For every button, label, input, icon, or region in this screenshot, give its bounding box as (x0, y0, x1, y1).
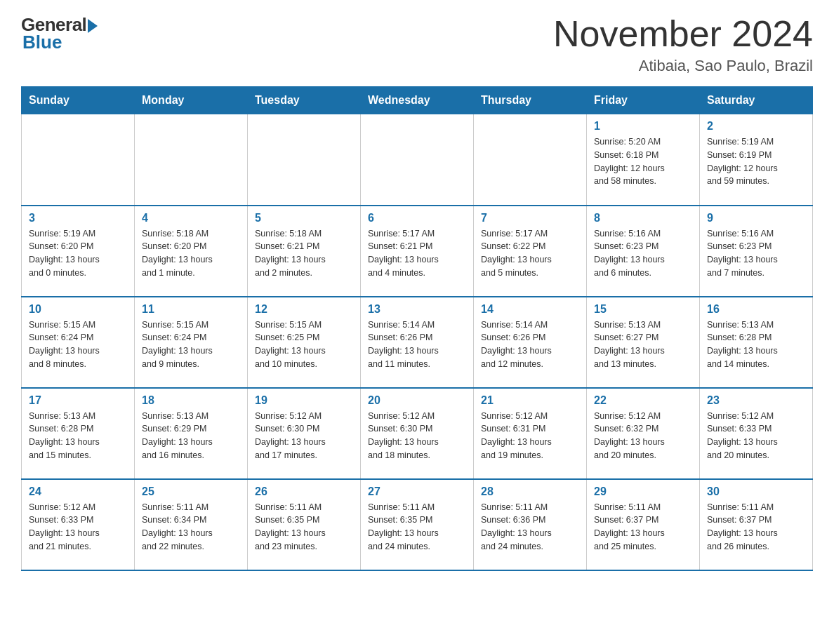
day-info: Sunrise: 5:11 AM Sunset: 6:35 PM Dayligh… (255, 501, 353, 554)
day-info: Sunrise: 5:12 AM Sunset: 6:30 PM Dayligh… (368, 410, 466, 462)
day-info: Sunrise: 5:11 AM Sunset: 6:37 PM Dayligh… (594, 501, 692, 554)
header-tuesday: Tuesday (248, 87, 361, 114)
day-info: Sunrise: 5:15 AM Sunset: 6:24 PM Dayligh… (142, 318, 240, 371)
day-number: 6 (368, 212, 466, 224)
day-number: 1 (594, 120, 692, 133)
day-number: 13 (368, 303, 466, 316)
day-number: 26 (255, 485, 353, 498)
calendar-cell: 6Sunrise: 5:17 AM Sunset: 6:21 PM Daylig… (361, 206, 474, 297)
day-info: Sunrise: 5:12 AM Sunset: 6:33 PM Dayligh… (29, 501, 127, 554)
calendar-cell: 26Sunrise: 5:11 AM Sunset: 6:35 PM Dayli… (248, 479, 361, 570)
calendar-cell: 8Sunrise: 5:16 AM Sunset: 6:23 PM Daylig… (587, 206, 700, 297)
day-info: Sunrise: 5:14 AM Sunset: 6:26 PM Dayligh… (368, 318, 466, 371)
calendar-cell: 7Sunrise: 5:17 AM Sunset: 6:22 PM Daylig… (474, 206, 587, 297)
day-number: 5 (255, 212, 353, 224)
day-info: Sunrise: 5:12 AM Sunset: 6:30 PM Dayligh… (255, 410, 353, 462)
day-number: 9 (707, 212, 805, 224)
day-number: 30 (707, 485, 805, 498)
calendar-cell: 25Sunrise: 5:11 AM Sunset: 6:34 PM Dayli… (135, 479, 248, 570)
day-number: 28 (481, 485, 579, 498)
day-number: 7 (481, 212, 579, 224)
logo: General Blue (21, 14, 98, 53)
calendar-cell: 22Sunrise: 5:12 AM Sunset: 6:32 PM Dayli… (587, 388, 700, 479)
calendar-cell (135, 114, 248, 206)
calendar-cell: 1Sunrise: 5:20 AM Sunset: 6:18 PM Daylig… (587, 114, 700, 206)
day-number: 8 (594, 212, 692, 224)
calendar-cell: 16Sunrise: 5:13 AM Sunset: 6:28 PM Dayli… (700, 297, 813, 388)
calendar-cell: 17Sunrise: 5:13 AM Sunset: 6:28 PM Dayli… (22, 388, 135, 479)
day-number: 16 (707, 303, 805, 316)
day-info: Sunrise: 5:20 AM Sunset: 6:18 PM Dayligh… (594, 135, 692, 188)
calendar-cell: 9Sunrise: 5:16 AM Sunset: 6:23 PM Daylig… (700, 206, 813, 297)
day-number: 29 (594, 485, 692, 498)
day-number: 14 (481, 303, 579, 316)
calendar-header-row: SundayMondayTuesdayWednesdayThursdayFrid… (22, 87, 813, 114)
location-title: Atibaia, Sao Paulo, Brazil (553, 57, 813, 75)
calendar-cell: 28Sunrise: 5:11 AM Sunset: 6:36 PM Dayli… (474, 479, 587, 570)
day-number: 23 (707, 394, 805, 407)
calendar-cell: 18Sunrise: 5:13 AM Sunset: 6:29 PM Dayli… (135, 388, 248, 479)
day-info: Sunrise: 5:13 AM Sunset: 6:29 PM Dayligh… (142, 410, 240, 462)
calendar-cell: 11Sunrise: 5:15 AM Sunset: 6:24 PM Dayli… (135, 297, 248, 388)
calendar-cell: 24Sunrise: 5:12 AM Sunset: 6:33 PM Dayli… (22, 479, 135, 570)
day-info: Sunrise: 5:12 AM Sunset: 6:32 PM Dayligh… (594, 410, 692, 462)
calendar-cell: 23Sunrise: 5:12 AM Sunset: 6:33 PM Dayli… (700, 388, 813, 479)
header-thursday: Thursday (474, 87, 587, 114)
calendar-cell: 30Sunrise: 5:11 AM Sunset: 6:37 PM Dayli… (700, 479, 813, 570)
day-number: 4 (142, 212, 240, 224)
header-saturday: Saturday (700, 87, 813, 114)
day-number: 12 (255, 303, 353, 316)
page-header: General Blue November 2024 Atibaia, Sao … (21, 14, 813, 75)
day-number: 25 (142, 485, 240, 498)
calendar-cell: 21Sunrise: 5:12 AM Sunset: 6:31 PM Dayli… (474, 388, 587, 479)
calendar-week-row: 24Sunrise: 5:12 AM Sunset: 6:33 PM Dayli… (22, 479, 813, 570)
title-block: November 2024 Atibaia, Sao Paulo, Brazil (553, 14, 813, 75)
calendar-cell: 13Sunrise: 5:14 AM Sunset: 6:26 PM Dayli… (361, 297, 474, 388)
day-info: Sunrise: 5:15 AM Sunset: 6:25 PM Dayligh… (255, 318, 353, 371)
calendar-cell: 20Sunrise: 5:12 AM Sunset: 6:30 PM Dayli… (361, 388, 474, 479)
calendar-cell: 19Sunrise: 5:12 AM Sunset: 6:30 PM Dayli… (248, 388, 361, 479)
calendar-cell: 4Sunrise: 5:18 AM Sunset: 6:20 PM Daylig… (135, 206, 248, 297)
day-info: Sunrise: 5:11 AM Sunset: 6:34 PM Dayligh… (142, 501, 240, 554)
header-friday: Friday (587, 87, 700, 114)
day-number: 24 (29, 485, 127, 498)
day-info: Sunrise: 5:15 AM Sunset: 6:24 PM Dayligh… (29, 318, 127, 371)
day-number: 17 (29, 394, 127, 407)
day-number: 20 (368, 394, 466, 407)
day-info: Sunrise: 5:11 AM Sunset: 6:36 PM Dayligh… (481, 501, 579, 554)
day-number: 27 (368, 485, 466, 498)
calendar-week-row: 10Sunrise: 5:15 AM Sunset: 6:24 PM Dayli… (22, 297, 813, 388)
day-number: 3 (29, 212, 127, 224)
calendar-cell: 15Sunrise: 5:13 AM Sunset: 6:27 PM Dayli… (587, 297, 700, 388)
calendar-cell: 29Sunrise: 5:11 AM Sunset: 6:37 PM Dayli… (587, 479, 700, 570)
day-number: 10 (29, 303, 127, 316)
day-info: Sunrise: 5:17 AM Sunset: 6:21 PM Dayligh… (368, 227, 466, 280)
calendar-cell: 5Sunrise: 5:18 AM Sunset: 6:21 PM Daylig… (248, 206, 361, 297)
day-info: Sunrise: 5:11 AM Sunset: 6:37 PM Dayligh… (707, 501, 805, 554)
calendar-cell: 3Sunrise: 5:19 AM Sunset: 6:20 PM Daylig… (22, 206, 135, 297)
day-number: 2 (707, 120, 805, 133)
day-number: 21 (481, 394, 579, 407)
calendar-cell: 10Sunrise: 5:15 AM Sunset: 6:24 PM Dayli… (22, 297, 135, 388)
header-sunday: Sunday (22, 87, 135, 114)
day-info: Sunrise: 5:13 AM Sunset: 6:28 PM Dayligh… (29, 410, 127, 462)
day-info: Sunrise: 5:16 AM Sunset: 6:23 PM Dayligh… (707, 227, 805, 280)
calendar-cell (248, 114, 361, 206)
day-info: Sunrise: 5:14 AM Sunset: 6:26 PM Dayligh… (481, 318, 579, 371)
calendar-week-row: 1Sunrise: 5:20 AM Sunset: 6:18 PM Daylig… (22, 114, 813, 206)
day-info: Sunrise: 5:13 AM Sunset: 6:27 PM Dayligh… (594, 318, 692, 371)
day-info: Sunrise: 5:11 AM Sunset: 6:35 PM Dayligh… (368, 501, 466, 554)
calendar-week-row: 3Sunrise: 5:19 AM Sunset: 6:20 PM Daylig… (22, 206, 813, 297)
logo-arrow-icon (88, 19, 98, 33)
day-number: 19 (255, 394, 353, 407)
day-info: Sunrise: 5:13 AM Sunset: 6:28 PM Dayligh… (707, 318, 805, 371)
day-info: Sunrise: 5:12 AM Sunset: 6:31 PM Dayligh… (481, 410, 579, 462)
day-info: Sunrise: 5:18 AM Sunset: 6:20 PM Dayligh… (142, 227, 240, 280)
day-info: Sunrise: 5:19 AM Sunset: 6:19 PM Dayligh… (707, 135, 805, 188)
calendar-cell: 14Sunrise: 5:14 AM Sunset: 6:26 PM Dayli… (474, 297, 587, 388)
calendar-cell: 2Sunrise: 5:19 AM Sunset: 6:19 PM Daylig… (700, 114, 813, 206)
day-info: Sunrise: 5:19 AM Sunset: 6:20 PM Dayligh… (29, 227, 127, 280)
day-info: Sunrise: 5:17 AM Sunset: 6:22 PM Dayligh… (481, 227, 579, 280)
calendar-cell (474, 114, 587, 206)
logo-blue-text: Blue (22, 32, 62, 53)
